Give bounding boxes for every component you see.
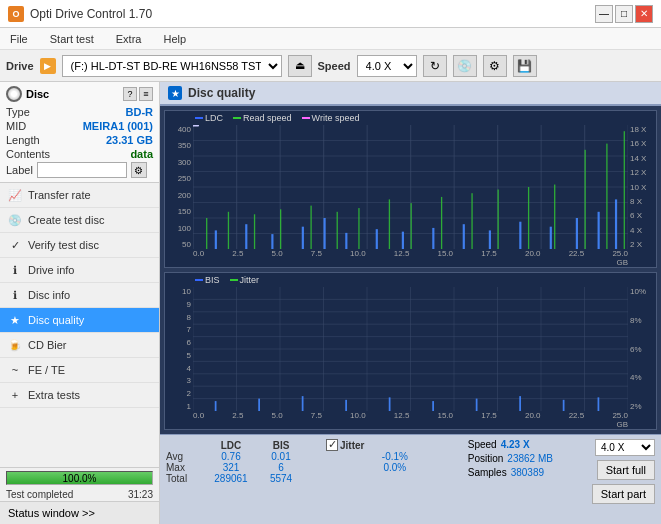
app-title: Opti Drive Control 1.70 xyxy=(30,7,152,21)
dq-title: Disc quality xyxy=(188,86,255,100)
speed-selector[interactable]: 4.0 X xyxy=(595,439,655,456)
stats-blank-header xyxy=(166,439,206,451)
svg-rect-31 xyxy=(550,227,552,249)
window-controls: — □ ✕ xyxy=(595,5,653,23)
sidebar-item-fe-te[interactable]: ~ FE / TE xyxy=(0,358,159,383)
save-button[interactable]: 💾 xyxy=(513,55,537,77)
svg-rect-44 xyxy=(441,197,442,249)
nav-label-extra-tests: Extra tests xyxy=(28,389,80,401)
mid-val: MEIRA1 (001) xyxy=(83,120,153,132)
jitter-checkbox[interactable] xyxy=(326,439,338,451)
time-text: 31:23 xyxy=(128,489,153,500)
menu-file[interactable]: File xyxy=(4,31,34,47)
transfer-rate-icon: 📈 xyxy=(8,188,22,202)
label-input[interactable] xyxy=(37,162,127,178)
nav-label-cd-bier: CD Bier xyxy=(28,339,67,351)
jitter-color xyxy=(230,279,238,281)
svg-rect-42 xyxy=(389,199,390,249)
sidebar-item-transfer-rate[interactable]: 📈 Transfer rate xyxy=(0,183,159,208)
sidebar: Disc ? ≡ Type BD-R MID MEIRA1 (001) Leng… xyxy=(0,82,160,524)
speed-select[interactable]: 4.0 X xyxy=(357,55,417,77)
write-color xyxy=(302,117,310,119)
titlebar-left: O Opti Drive Control 1.70 xyxy=(8,6,152,22)
bis-legend-item: BIS xyxy=(195,275,220,285)
speed-value: 4.23 X xyxy=(501,439,530,450)
nav-items: 📈 Transfer rate 💿 Create test disc ✓ Ver… xyxy=(0,183,159,467)
disc-mid-row: MID MEIRA1 (001) xyxy=(6,120,153,132)
maximize-button[interactable]: □ xyxy=(615,5,633,23)
type-key: Type xyxy=(6,106,30,118)
progress-bar: 100.0% xyxy=(6,471,153,485)
content-area: ★ Disc quality LDC Read speed xyxy=(160,82,661,524)
disc-type-row: Type BD-R xyxy=(6,106,153,118)
stats-avg-row: Avg 0.76 0.01 -0.1% xyxy=(166,451,464,462)
start-part-button[interactable]: Start part xyxy=(592,484,655,504)
main-area: Disc ? ≡ Type BD-R MID MEIRA1 (001) Leng… xyxy=(0,82,661,524)
svg-rect-75 xyxy=(345,400,347,411)
svg-rect-21 xyxy=(271,234,273,249)
samples-value: 380389 xyxy=(511,467,544,478)
menu-start-test[interactable]: Start test xyxy=(44,31,100,47)
svg-rect-39 xyxy=(310,206,311,249)
nav-label-create-test-disc: Create test disc xyxy=(28,214,104,226)
disc-panel: Disc ? ≡ Type BD-R MID MEIRA1 (001) Leng… xyxy=(0,82,159,183)
jitter-label: Jitter xyxy=(340,440,364,451)
minimize-button[interactable]: — xyxy=(595,5,613,23)
sidebar-item-create-test-disc[interactable]: 💿 Create test disc xyxy=(0,208,159,233)
avg-ldc: 0.76 xyxy=(206,451,256,462)
sidebar-item-verify-test-disc[interactable]: ✓ Verify test disc xyxy=(0,233,159,258)
sidebar-item-disc-info[interactable]: ℹ Disc info xyxy=(0,283,159,308)
contents-val: data xyxy=(130,148,153,160)
read-speed-legend-item: Read speed xyxy=(233,113,292,123)
disc-button[interactable]: 💿 xyxy=(453,55,477,77)
close-button[interactable]: ✕ xyxy=(635,5,653,23)
bis-x-axis: 0.0 2.5 5.0 7.5 10.0 12.5 15.0 17.5 20.0… xyxy=(193,411,628,429)
drive-select[interactable]: (F:) HL-DT-ST BD-RE WH16NS58 TST4 xyxy=(62,55,282,77)
svg-rect-38 xyxy=(280,209,281,249)
svg-rect-33 xyxy=(598,212,600,249)
avg-label: Avg xyxy=(166,451,206,462)
dq-icon: ★ xyxy=(168,86,182,100)
settings-button[interactable]: ⚙ xyxy=(483,55,507,77)
menu-extra[interactable]: Extra xyxy=(110,31,148,47)
ldc-chart-svg xyxy=(193,125,628,249)
eject-button[interactable]: ⏏ xyxy=(288,55,312,77)
ldc-legend: LDC Read speed Write speed xyxy=(195,113,359,123)
avg-jitter: -0.1% xyxy=(326,451,464,462)
sidebar-item-cd-bier[interactable]: 🍺 CD Bier xyxy=(0,333,159,358)
position-row: Position 23862 MB xyxy=(468,453,588,464)
samples-label: Samples xyxy=(468,467,507,478)
status-window-button[interactable]: Status window >> xyxy=(0,501,159,524)
sidebar-item-extra-tests[interactable]: + Extra tests xyxy=(0,383,159,408)
svg-rect-74 xyxy=(302,396,304,411)
svg-rect-19 xyxy=(215,230,217,249)
bis-chart-svg-area xyxy=(193,287,628,411)
svg-rect-40 xyxy=(337,212,338,249)
svg-rect-27 xyxy=(432,228,434,249)
disc-label-row: Label ⚙ xyxy=(6,162,153,178)
sidebar-item-drive-info[interactable]: ℹ Drive info xyxy=(0,258,159,283)
ldc-chart: LDC Read speed Write speed 400 350 300 xyxy=(164,110,657,268)
svg-rect-24 xyxy=(345,233,347,249)
svg-rect-41 xyxy=(358,208,359,249)
ldc-legend-item: LDC xyxy=(195,113,223,123)
nav-label-transfer-rate: Transfer rate xyxy=(28,189,91,201)
max-ldc: 321 xyxy=(206,462,256,473)
svg-rect-22 xyxy=(302,227,304,249)
label-button[interactable]: ⚙ xyxy=(131,162,147,178)
samples-row: Samples 380389 xyxy=(468,467,588,478)
max-jitter: 0.0% xyxy=(326,462,464,473)
svg-rect-81 xyxy=(598,397,600,411)
sidebar-item-disc-quality[interactable]: ★ Disc quality xyxy=(0,308,159,333)
menu-help[interactable]: Help xyxy=(157,31,192,47)
ldc-label: LDC xyxy=(205,113,223,123)
start-full-button[interactable]: Start full xyxy=(597,460,655,480)
disc-icon-btn1[interactable]: ? xyxy=(123,87,137,101)
bis-label: BIS xyxy=(205,275,220,285)
svg-rect-43 xyxy=(411,203,412,249)
read-color xyxy=(233,117,241,119)
svg-rect-51 xyxy=(624,131,625,249)
svg-rect-77 xyxy=(432,401,434,411)
refresh-button[interactable]: ↻ xyxy=(423,55,447,77)
disc-icon-btn2[interactable]: ≡ xyxy=(139,87,153,101)
